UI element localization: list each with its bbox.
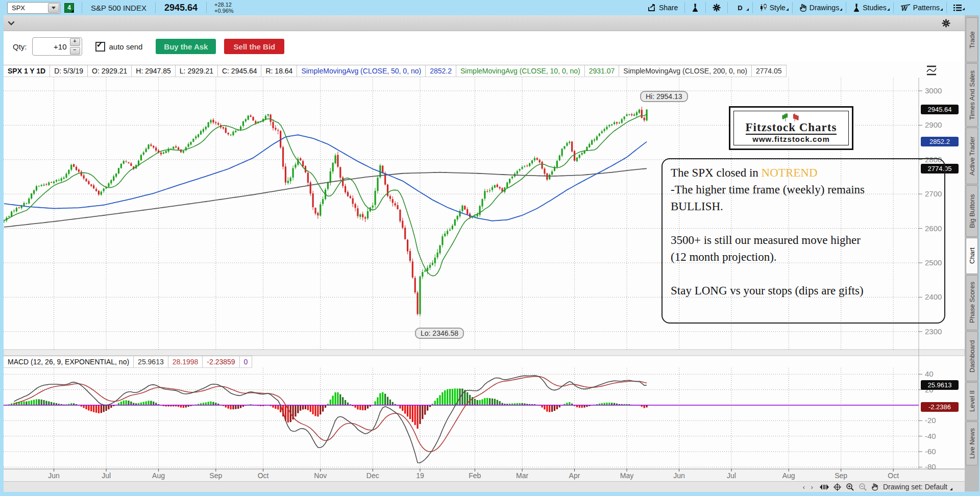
header-cell: SPX 1 Y 1D [4,65,50,77]
style-label: Style [770,4,786,12]
interval-button[interactable]: D [731,4,748,12]
header-cell: O: 2929.21 [88,65,132,77]
buy-the-ask-button[interactable]: Buy the Ask [156,39,216,54]
chart-scrollbar[interactable]: ‹ › Drawing set: Default [4,481,965,492]
style-button[interactable]: Style [756,4,789,12]
header-cell: R: 18.64 [261,65,297,77]
svg-text:Nov: Nov [314,472,327,480]
symbol-value: SPX [8,4,48,12]
qty-label: Qty: [13,42,27,51]
svg-text:2300: 2300 [925,327,942,336]
svg-text:Mar: Mar [516,472,528,480]
header-cell: C: 2945.64 [218,65,262,77]
divider [792,2,793,13]
hand-icon [799,4,807,12]
note-line [671,215,936,232]
divider [893,2,894,13]
svg-text:-40: -40 [925,432,936,440]
studies-label: Studies [863,4,887,12]
macd-header-row: MACD (12, 26, 9, EXPONENTIAL, no)25.9613… [4,356,252,368]
analyst-note-box[interactable]: The SPX closed in NOTREND -The higher ti… [662,158,945,324]
pane-style-icon[interactable] [925,65,938,76]
svg-text:May: May [620,472,633,480]
right-gadget-sidebar: TradeTimes And SalesActive TraderBig But… [965,15,979,491]
flask-icon [692,4,699,12]
crosshair-icon[interactable] [834,483,841,491]
drawing-set-selector[interactable]: Drawing set: Default [883,483,952,491]
svg-text:3000: 3000 [925,86,942,95]
divider [206,2,207,13]
analysis-tools-button[interactable] [689,4,702,12]
change-percent: +0.96% [214,8,234,14]
pan-hand-icon[interactable] [871,483,878,491]
chart-panel: 300029002800270026002500240023004020-20-… [4,62,965,491]
high-price-bubble: Hi: 2954.13 [640,91,688,102]
drawings-button[interactable]: Drawings [796,4,842,12]
top-toolbar: SPX 4 S&P 500 INDEX 2945.64 +28.12 +0.96… [0,0,980,15]
note-line: BULLISH. [671,198,936,215]
divider [846,2,846,13]
patterns-button[interactable]: W Patterns [897,4,943,12]
symbol-dropdown-button[interactable] [48,3,59,13]
bar-spacing-icon[interactable] [820,484,829,490]
fitzstock-logo-box: Fitzstock Charts www.fitzstock.com [729,106,853,150]
sidebar-tab-phase-scores[interactable]: Phase Scores [966,275,978,330]
gear-icon[interactable] [942,19,950,28]
divider [946,2,947,13]
low-price-bubble: Lo: 2346.58 [415,328,464,339]
svg-text:Dec: Dec [366,472,379,480]
sidebar-tab-live-news[interactable]: Live News [966,421,978,465]
quantity-stepper[interactable]: +10 + − [32,37,82,56]
qty-decrease-button[interactable]: − [70,47,80,55]
auto-send-label: auto send [109,42,143,51]
pan-left-right-arrows[interactable]: ‹ › [803,483,815,491]
last-price: 2945.64 [164,3,198,13]
chart-style-icon [760,4,767,12]
qty-increase-button[interactable]: + [70,38,80,46]
note-lines: -The higher time frame (weekly) remainsB… [671,181,936,299]
svg-text:40: 40 [925,369,934,378]
sidebar-tab-chart[interactable]: Chart [966,238,978,274]
chevron-down-icon [52,7,56,9]
auto-send-checkbox[interactable]: auto send [95,42,143,52]
notrend-highlight: NOTREND [762,166,818,179]
patterns-w-icon: W [900,4,911,12]
drawings-label: Drawings [810,4,839,12]
sidebar-tab-level-ii[interactable]: Level II [966,382,978,420]
note-line: (12 month projection). [671,249,936,265]
svg-text:-20: -20 [925,416,936,425]
divider [752,2,753,13]
svg-text:Jun: Jun [48,472,60,480]
studies-button[interactable]: Studies [850,4,890,12]
header-cell: SimpleMovingAvg (CLOSE, 200, 0, no) [619,65,752,77]
sidebar-tab-big-buttons[interactable]: Big Buttons [966,185,978,237]
sidebar-tab-active-trader[interactable]: Active Trader [966,128,978,184]
svg-text:-60: -60 [925,447,936,456]
sell-the-bid-button[interactable]: Sell the Bid [224,39,284,54]
zoom-out-icon[interactable] [859,483,867,491]
list-menu-icon [953,4,962,11]
zoom-in-icon[interactable] [846,483,854,491]
note-line: -The higher time frame (weekly) remains [671,181,936,198]
header-cell: SimpleMovingAvg (CLOSE, 10, 0, no) [456,65,585,77]
order-panel-strip [4,15,965,31]
sidebar-tab-dashboard[interactable]: Dashboard [966,331,978,381]
link-group-badge[interactable]: 4 [64,3,74,13]
sidebar-tab-trade[interactable]: Trade [966,17,978,62]
header-cell: 0 [240,356,253,367]
share-button[interactable]: Share [645,4,681,12]
share-icon [648,4,656,12]
collapse-chevron-icon[interactable] [8,21,15,26]
patterns-label: Patterns [913,4,940,12]
svg-text:Aug: Aug [152,472,165,480]
settings-button[interactable] [709,4,724,12]
menu-button[interactable] [950,4,965,11]
note-line: 3500+ is still our measured move higher [671,232,936,249]
logo-url: www.fitzstock.com [752,135,829,143]
svg-text:W: W [901,5,908,12]
svg-text:Jul: Jul [727,472,736,480]
header-cell: 2931.07 [585,65,620,77]
order-entry-bar: Qty: +10 + − auto send Buy the Ask Sell … [4,31,965,62]
symbol-input[interactable]: SPX [7,2,60,14]
sidebar-tab-times-and-sales[interactable]: Times And Sales [966,63,978,127]
